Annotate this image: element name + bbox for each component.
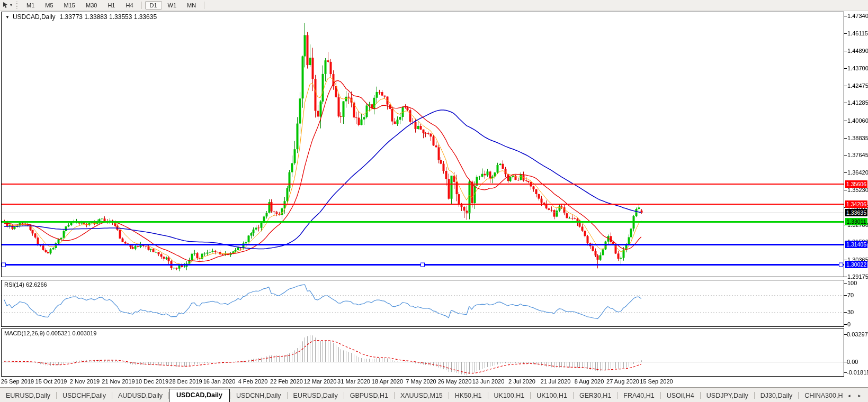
toolbar: ▾ M1M5M15M30H1H4D1W1MN <box>0 0 868 11</box>
chart-cursor-icon[interactable] <box>2 2 9 8</box>
timeframe-button-w1[interactable]: W1 <box>163 1 182 10</box>
tab-scroll-arrows: ◄ ► <box>843 394 868 402</box>
chart-tab-xauusd-m15[interactable]: XAUUSD,M15 <box>395 389 449 402</box>
chart-symbol-label: USDCAD,Daily <box>13 13 56 21</box>
timeframe-button-m1[interactable]: M1 <box>22 1 39 10</box>
rsi-indicator-label: RSI(14) 62.6266 <box>4 281 47 288</box>
toolbar-grip[interactable] <box>16 2 17 8</box>
toolbar-separator <box>141 2 142 9</box>
timeframe-button-h1[interactable]: H1 <box>103 1 120 10</box>
chart-tab-fra40-h1[interactable]: FRA40,H1 <box>618 389 660 402</box>
chart-canvas[interactable] <box>0 0 868 402</box>
timeframe-button-d1[interactable]: D1 <box>145 1 162 10</box>
timeframe-button-h4[interactable]: H4 <box>121 1 138 10</box>
chart-tab-ger30-h1[interactable]: GER30,H1 <box>574 389 617 402</box>
chart-tab-hk50-h1[interactable]: HK50,H1 <box>449 389 488 402</box>
timeframe-button-mn[interactable]: MN <box>182 1 201 10</box>
tab-scroll-right-icon[interactable]: ► <box>857 394 862 398</box>
chart-tab-gbpusd-h1[interactable]: GBPUSD,H1 <box>344 389 394 402</box>
chart-ohlc-values: 1.33773 1.33883 1.33553 1.33635 <box>60 13 157 21</box>
chart-tab-uk100-h1[interactable]: UK100,H1 <box>488 389 531 402</box>
toolbar-separator <box>204 2 204 9</box>
timeframe-button-m15[interactable]: M15 <box>59 1 80 10</box>
chart-tab-china300-h1[interactable]: CHINA300,H1 <box>799 389 843 402</box>
chart-tab-usdjpy-daily[interactable]: USDJPY,Daily <box>701 389 754 402</box>
chart-tab-audusd-daily[interactable]: AUDUSD,Daily <box>112 389 168 402</box>
chart-tab-usoil-h4[interactable]: USOil,H4 <box>661 389 700 402</box>
timeframe-button-m30[interactable]: M30 <box>81 1 102 10</box>
chart-tab-usdchf-daily[interactable]: USDCHF,Daily <box>57 389 112 402</box>
chart-tab-bar: EURUSD,DailyUSDCHF,DailyAUDUSD,DailyUSDC… <box>0 387 868 402</box>
chart-tab-uk100-h1[interactable]: UK100,H1 <box>531 389 573 402</box>
symbol-menu-icon[interactable]: ▼ <box>5 15 10 20</box>
chart-tab-usdcnh-daily[interactable]: USDCNH,Daily <box>230 389 287 402</box>
chart-tab-dj30-daily[interactable]: DJ30,Daily <box>755 389 798 402</box>
tab-scroll-left-icon[interactable]: ◄ <box>847 394 851 398</box>
chart-tabs: EURUSD,DailyUSDCHF,DailyAUDUSD,DailyUSDC… <box>0 388 843 402</box>
chart-tab-eurusd-daily[interactable]: EURUSD,Daily <box>0 389 56 402</box>
timeframe-button-m5[interactable]: M5 <box>40 1 58 10</box>
macd-indicator-label: MACD(12,26,9) 0.005321 0.003019 <box>4 330 96 336</box>
chevron-down-icon[interactable]: ▾ <box>10 3 12 7</box>
chart-title: ▼USDCAD,Daily1.33773 1.33883 1.33553 1.3… <box>5 13 157 21</box>
chart-tab-usdcad-daily[interactable]: USDCAD,Daily <box>169 389 230 402</box>
chart-tab-eurusd-daily[interactable]: EURUSD,Daily <box>288 389 344 402</box>
